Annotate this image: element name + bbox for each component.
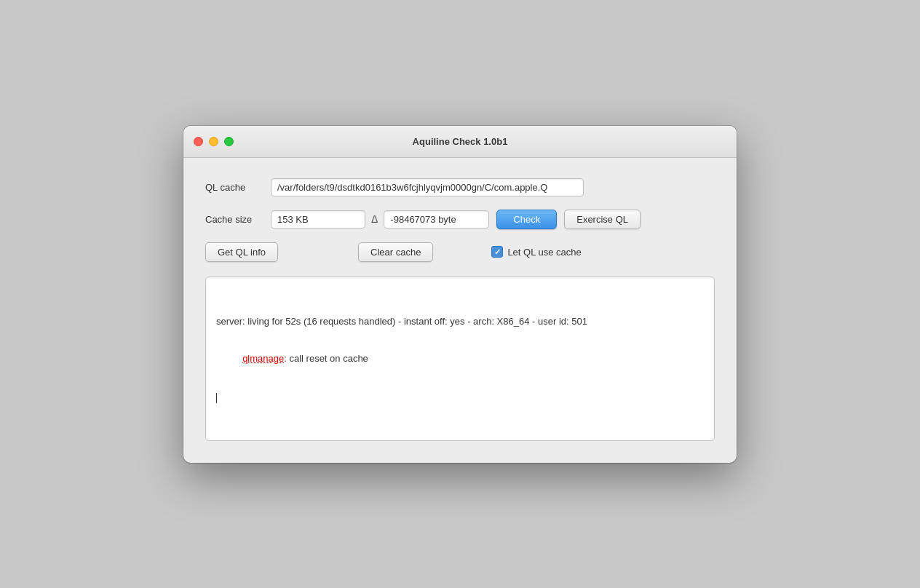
close-button[interactable] (194, 137, 203, 146)
qlmanage-text: qlmanage (242, 353, 284, 364)
minimize-button[interactable] (209, 137, 218, 146)
exercise-ql-button[interactable]: Exercise QL (564, 210, 641, 229)
cursor-line (216, 393, 704, 403)
window-content: QL cache Cache size Δ Check Exercise QL … (183, 158, 737, 463)
output-area[interactable]: server: living for 52s (16 requests hand… (205, 277, 715, 441)
let-ql-use-cache-checkbox[interactable]: ✓ (491, 246, 503, 258)
titlebar: Aquiline Check 1.0b1 (183, 126, 737, 158)
delta-value-input[interactable] (384, 210, 489, 229)
delta-symbol: Δ (371, 213, 378, 225)
cache-size-input[interactable] (271, 210, 365, 229)
check-button[interactable]: Check (496, 210, 557, 229)
clear-cache-button[interactable]: Clear cache (358, 242, 433, 262)
output-line-3: qlmanage: call reset on cache (216, 337, 704, 380)
window-title: Aquiline Check 1.0b1 (413, 136, 508, 147)
traffic-lights (194, 137, 234, 146)
checkbox-checkmark: ✓ (494, 248, 501, 256)
ql-cache-row: QL cache (205, 178, 715, 196)
output-text-block: server: living for 52s (16 requests hand… (216, 314, 704, 403)
let-ql-use-cache-label: Let QL use cache (507, 247, 581, 258)
main-window: Aquiline Check 1.0b1 QL cache Cache size… (183, 126, 737, 463)
cache-size-row: Cache size Δ Check Exercise QL (205, 210, 715, 229)
let-ql-use-cache-checkbox-container[interactable]: ✓ Let QL use cache (491, 246, 581, 258)
cache-size-label: Cache size (205, 214, 271, 225)
output-line-1: server: living for 52s (16 requests hand… (216, 314, 704, 329)
text-cursor (216, 393, 217, 403)
output-line-3-rest: : call reset on cache (284, 353, 368, 364)
get-ql-info-button[interactable]: Get QL info (205, 242, 278, 262)
maximize-button[interactable] (224, 137, 234, 146)
action-buttons-row: Get QL info Clear cache ✓ Let QL use cac… (205, 242, 715, 262)
ql-cache-input[interactable] (271, 178, 584, 196)
ql-cache-label: QL cache (205, 182, 271, 193)
